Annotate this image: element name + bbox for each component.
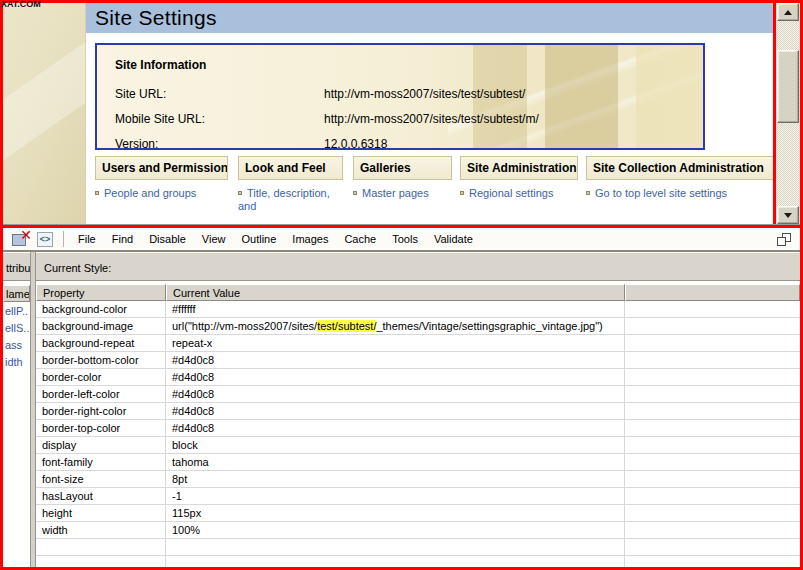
menu-file[interactable]: File [70, 230, 104, 248]
category-column: Site AdministrationRegional settings [460, 156, 578, 200]
attributes-name-column-fragment: lame [3, 285, 30, 302]
menu-separator [63, 231, 64, 247]
style-table-header: Property Current Value [36, 284, 800, 301]
style-property-row[interactable]: background-imageurl("http://vm-moss2007/… [36, 318, 800, 335]
property-value-cell: #d4d0c8 [166, 386, 625, 403]
property-name-cell: background-image [36, 318, 166, 335]
square-bullet-icon [460, 191, 464, 195]
table-filler [36, 556, 800, 567]
style-property-row[interactable]: border-bottom-color#d4d0c8 [36, 352, 800, 369]
property-value-cell: #ffffff [166, 301, 625, 318]
theme-left-margin [3, 3, 86, 224]
attribute-name-fragment[interactable]: ellS.. [3, 320, 30, 337]
site-information-box: Site Information Site URL:http://vm-moss… [95, 43, 705, 150]
property-name-cell: background-color [36, 301, 166, 318]
style-property-row[interactable]: font-size8pt [36, 471, 800, 488]
category-column: Site Collection AdministrationGo to top … [586, 156, 773, 200]
square-bullet-icon [95, 191, 99, 195]
style-property-row[interactable]: border-right-color#d4d0c8 [36, 403, 800, 420]
category-link[interactable]: Master pages [362, 187, 429, 199]
category-link[interactable]: Regional settings [469, 187, 553, 199]
category-link[interactable]: Title, description, and [238, 187, 330, 212]
menu-outline[interactable]: Outline [233, 230, 284, 248]
property-value-cell: #d4d0c8 [166, 420, 625, 437]
vertical-scrollbar[interactable] [776, 3, 800, 224]
empty-table-row [36, 539, 800, 556]
attribute-name-fragment[interactable]: idth [3, 354, 30, 371]
menu-tools[interactable]: Tools [384, 230, 426, 248]
browser-viewport: Site Settings Site Information Site URL:… [3, 3, 800, 225]
style-property-row[interactable]: height115px [36, 505, 800, 522]
devtoolbar-menubar: ✕ <> FileFindDisableViewOutlineImagesCac… [3, 228, 800, 252]
category-column: Look and FeelTitle, description, and [238, 156, 343, 213]
square-bullet-icon [353, 191, 357, 195]
style-property-row[interactable]: displayblock [36, 437, 800, 454]
category-heading: Galleries [353, 156, 452, 180]
site-info-row: Site URL:http://vm-moss2007/sites/test/s… [115, 87, 697, 112]
category-heading: Site Collection Administration [586, 156, 773, 180]
property-name-cell: display [36, 437, 166, 454]
red-annotation-line-horizontal [3, 225, 800, 228]
site-info-value: http://vm-moss2007/sites/test/subtest/m/ [324, 112, 539, 126]
column-header-current-value: Current Value [166, 284, 625, 301]
category-column: GalleriesMaster pages [353, 156, 452, 200]
screenshot-root: XAT.COM Site Settings Site Information S… [0, 0, 803, 570]
property-name-cell: border-left-color [36, 386, 166, 403]
site-info-value: http://vm-moss2007/sites/test/subtest/ [324, 87, 525, 101]
close-toolbar-icon[interactable]: ✕ [11, 232, 30, 247]
property-value-cell: 100% [166, 522, 625, 539]
menu-cache[interactable]: Cache [336, 230, 384, 248]
devtoolbar-main: ttribu lame ellP..ellS..assidth Current … [3, 252, 800, 567]
page-body: Site Information Site URL:http://vm-moss… [86, 33, 773, 224]
site-information-heading: Site Information [115, 58, 206, 72]
view-source-icon[interactable]: <> [37, 232, 53, 247]
style-property-row[interactable]: width100% [36, 522, 800, 539]
menu-find[interactable]: Find [104, 230, 141, 248]
menu-disable[interactable]: Disable [141, 230, 194, 248]
site-info-label: Mobile Site URL: [115, 112, 324, 126]
developer-toolbar: ✕ <> FileFindDisableViewOutlineImagesCac… [3, 228, 800, 567]
site-info-label: Site URL: [115, 87, 324, 101]
property-value-cell: block [166, 437, 625, 454]
style-property-row[interactable]: background-repeatrepeat-x [36, 335, 800, 352]
property-value-cell: #d4d0c8 [166, 403, 625, 420]
site-information-rows: Site URL:http://vm-moss2007/sites/test/s… [115, 87, 697, 150]
style-table: Property Current Value background-color#… [36, 284, 800, 567]
site-info-row: Mobile Site URL:http://vm-moss2007/sites… [115, 112, 697, 137]
current-style-pane: Current Style: Property Current Value ba… [36, 252, 800, 567]
attributes-pane-clipped: ttribu lame ellP..ellS..assidth [3, 252, 30, 567]
property-value-cell: 8pt [166, 471, 625, 488]
style-property-row[interactable]: hasLayout-1 [36, 488, 800, 505]
highlighted-text: test/subtest/ [317, 320, 376, 332]
menu-images[interactable]: Images [284, 230, 336, 248]
scroll-down-button[interactable] [777, 206, 799, 224]
scrollbar-thumb[interactable] [777, 50, 799, 123]
category-heading: Users and Permissions [95, 156, 228, 180]
property-name-cell: border-bottom-color [36, 352, 166, 369]
menu-validate[interactable]: Validate [426, 230, 481, 248]
property-name-cell: hasLayout [36, 488, 166, 505]
property-name-cell: background-repeat [36, 335, 166, 352]
property-value-cell: #d4d0c8 [166, 352, 625, 369]
page-title: Site Settings [86, 3, 773, 33]
property-value-cell: repeat-x [166, 335, 625, 352]
arrow-down-icon [784, 213, 792, 222]
style-property-row[interactable]: border-left-color#d4d0c8 [36, 386, 800, 403]
property-value-cell: url("http://vm-moss2007/sites/test/subte… [166, 318, 625, 335]
undock-window-icon[interactable] [777, 233, 791, 246]
site-info-value: 12.0.0.6318 [324, 137, 387, 150]
attribute-name-fragment[interactable]: ass [3, 337, 30, 354]
style-property-row[interactable]: border-color#d4d0c8 [36, 369, 800, 386]
menu-view[interactable]: View [194, 230, 234, 248]
property-name-cell: border-right-color [36, 403, 166, 420]
attribute-name-fragment[interactable]: ellP.. [3, 303, 30, 320]
menu-items: FileFindDisableViewOutlineImagesCacheToo… [70, 230, 481, 248]
style-property-row[interactable]: border-top-color#d4d0c8 [36, 420, 800, 437]
category-link[interactable]: People and groups [104, 187, 196, 199]
square-bullet-icon [238, 191, 242, 195]
style-property-row[interactable]: font-familytahoma [36, 454, 800, 471]
scroll-up-button[interactable] [777, 3, 799, 21]
style-property-row[interactable]: background-color#ffffff [36, 301, 800, 318]
category-link[interactable]: Go to top level site settings [595, 187, 727, 199]
attributes-pane-title-fragment: ttribu [3, 252, 30, 281]
